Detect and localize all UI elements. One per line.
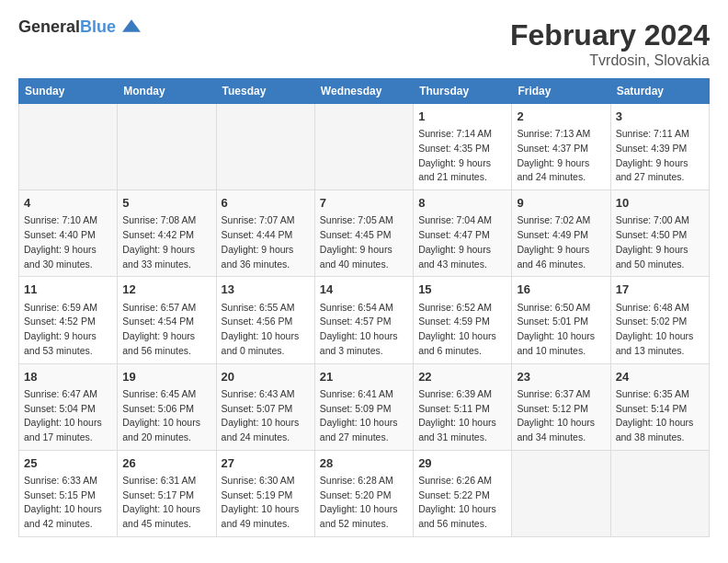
day-info: Sunrise: 6:55 AMSunset: 4:56 PMDaylight:… bbox=[222, 301, 310, 359]
calendar-cell-w3-d0: 18Sunrise: 6:47 AMSunset: 5:04 PMDayligh… bbox=[19, 363, 118, 450]
calendar-cell-w3-d4: 22Sunrise: 6:39 AMSunset: 5:11 PMDayligh… bbox=[414, 363, 512, 450]
day-info: Sunrise: 6:28 AMSunset: 5:20 PMDaylight:… bbox=[320, 474, 408, 532]
day-info: Sunrise: 7:14 AMSunset: 4:35 PMDaylight:… bbox=[418, 127, 506, 185]
calendar-cell-w2-d1: 12Sunrise: 6:57 AMSunset: 4:54 PMDayligh… bbox=[118, 277, 216, 363]
calendar-cell-w3-d2: 20Sunrise: 6:43 AMSunset: 5:07 PMDayligh… bbox=[216, 363, 314, 450]
day-number: 23 bbox=[517, 369, 605, 385]
day-info: Sunrise: 6:47 AMSunset: 5:04 PMDaylight:… bbox=[24, 387, 112, 445]
day-info: Sunrise: 6:54 AMSunset: 4:57 PMDaylight:… bbox=[320, 301, 408, 359]
calendar-header-tuesday: Tuesday bbox=[216, 79, 314, 104]
calendar-header-thursday: Thursday bbox=[414, 79, 512, 104]
calendar-cell-w4-d2: 27Sunrise: 6:30 AMSunset: 5:19 PMDayligh… bbox=[216, 450, 314, 536]
day-number: 5 bbox=[122, 195, 210, 212]
day-number: 2 bbox=[517, 109, 605, 125]
day-number: 8 bbox=[418, 195, 506, 212]
day-info: Sunrise: 6:33 AMSunset: 5:15 PMDaylight:… bbox=[24, 474, 112, 532]
day-number: 15 bbox=[418, 282, 506, 298]
calendar-cell-w1-d0: 4Sunrise: 7:10 AMSunset: 4:40 PMDaylight… bbox=[19, 190, 118, 277]
svg-marker-0 bbox=[122, 20, 141, 32]
day-number: 13 bbox=[222, 282, 310, 298]
day-number: 3 bbox=[616, 109, 704, 125]
day-info: Sunrise: 7:07 AMSunset: 4:44 PMDaylight:… bbox=[222, 213, 310, 271]
calendar-cell-w4-d4: 29Sunrise: 6:26 AMSunset: 5:22 PMDayligh… bbox=[414, 450, 512, 536]
day-number: 9 bbox=[517, 195, 605, 212]
calendar-cell-w1-d1: 5Sunrise: 7:08 AMSunset: 4:42 PMDaylight… bbox=[118, 190, 216, 277]
day-info: Sunrise: 6:26 AMSunset: 5:22 PMDaylight:… bbox=[418, 474, 506, 532]
day-number: 26 bbox=[122, 455, 210, 472]
calendar-cell-w1-d4: 8Sunrise: 7:04 AMSunset: 4:47 PMDaylight… bbox=[414, 190, 512, 277]
calendar-cell-w3-d5: 23Sunrise: 6:37 AMSunset: 5:12 PMDayligh… bbox=[512, 363, 610, 450]
day-info: Sunrise: 7:05 AMSunset: 4:45 PMDaylight:… bbox=[320, 213, 408, 271]
day-info: Sunrise: 7:02 AMSunset: 4:49 PMDaylight:… bbox=[517, 213, 605, 271]
calendar-header-sunday: Sunday bbox=[19, 79, 118, 104]
day-number: 14 bbox=[320, 282, 408, 298]
location-subtitle: Tvrdosin, Slovakia bbox=[510, 52, 710, 69]
day-number: 6 bbox=[222, 195, 310, 212]
calendar-cell-w2-d2: 13Sunrise: 6:55 AMSunset: 4:56 PMDayligh… bbox=[216, 277, 314, 363]
day-info: Sunrise: 7:13 AMSunset: 4:37 PMDaylight:… bbox=[517, 127, 605, 185]
day-number: 20 bbox=[222, 369, 310, 385]
calendar-header-monday: Monday bbox=[118, 79, 216, 104]
day-info: Sunrise: 6:57 AMSunset: 4:54 PMDaylight:… bbox=[122, 301, 210, 359]
day-info: Sunrise: 6:48 AMSunset: 5:02 PMDaylight:… bbox=[616, 301, 704, 359]
calendar-cell-w4-d6 bbox=[610, 450, 709, 536]
logo: GeneralBlue bbox=[18, 18, 141, 37]
day-number: 7 bbox=[320, 195, 408, 212]
day-info: Sunrise: 7:00 AMSunset: 4:50 PMDaylight:… bbox=[616, 213, 704, 271]
day-number: 18 bbox=[24, 369, 112, 385]
calendar-cell-w0-d2 bbox=[216, 104, 314, 190]
day-number: 1 bbox=[418, 109, 506, 125]
calendar-cell-w4-d1: 26Sunrise: 6:31 AMSunset: 5:17 PMDayligh… bbox=[118, 450, 216, 536]
day-number: 17 bbox=[616, 282, 704, 298]
day-info: Sunrise: 6:37 AMSunset: 5:12 PMDaylight:… bbox=[517, 387, 605, 445]
day-number: 21 bbox=[320, 369, 408, 385]
day-info: Sunrise: 6:39 AMSunset: 5:11 PMDaylight:… bbox=[418, 387, 506, 445]
day-info: Sunrise: 6:52 AMSunset: 4:59 PMDaylight:… bbox=[418, 301, 506, 359]
calendar-header-wednesday: Wednesday bbox=[314, 79, 413, 104]
day-info: Sunrise: 6:31 AMSunset: 5:17 PMDaylight:… bbox=[122, 474, 210, 532]
calendar-cell-w4-d0: 25Sunrise: 6:33 AMSunset: 5:15 PMDayligh… bbox=[19, 450, 118, 536]
day-info: Sunrise: 7:11 AMSunset: 4:39 PMDaylight:… bbox=[616, 127, 704, 185]
day-info: Sunrise: 6:30 AMSunset: 5:19 PMDaylight:… bbox=[222, 474, 310, 532]
day-number: 29 bbox=[418, 455, 506, 472]
day-info: Sunrise: 6:45 AMSunset: 5:06 PMDaylight:… bbox=[122, 387, 210, 445]
calendar-table: SundayMondayTuesdayWednesdayThursdayFrid… bbox=[18, 78, 710, 537]
calendar-cell-w2-d6: 17Sunrise: 6:48 AMSunset: 5:02 PMDayligh… bbox=[610, 277, 709, 363]
day-number: 11 bbox=[24, 282, 112, 298]
day-number: 4 bbox=[24, 195, 112, 212]
day-number: 25 bbox=[24, 455, 112, 472]
calendar-cell-w0-d6: 3Sunrise: 7:11 AMSunset: 4:39 PMDaylight… bbox=[610, 104, 709, 190]
day-info: Sunrise: 7:10 AMSunset: 4:40 PMDaylight:… bbox=[24, 213, 112, 271]
calendar-cell-w0-d5: 2Sunrise: 7:13 AMSunset: 4:37 PMDaylight… bbox=[512, 104, 610, 190]
calendar-cell-w3-d3: 21Sunrise: 6:41 AMSunset: 5:09 PMDayligh… bbox=[314, 363, 413, 450]
day-number: 27 bbox=[222, 455, 310, 472]
calendar-cell-w0-d1 bbox=[118, 104, 216, 190]
day-info: Sunrise: 6:50 AMSunset: 5:01 PMDaylight:… bbox=[517, 301, 605, 359]
calendar-cell-w1-d6: 10Sunrise: 7:00 AMSunset: 4:50 PMDayligh… bbox=[610, 190, 709, 277]
calendar-cell-w1-d5: 9Sunrise: 7:02 AMSunset: 4:49 PMDaylight… bbox=[512, 190, 610, 277]
calendar-cell-w4-d5 bbox=[512, 450, 610, 536]
day-info: Sunrise: 6:41 AMSunset: 5:09 PMDaylight:… bbox=[320, 387, 408, 445]
day-number: 12 bbox=[122, 282, 210, 298]
calendar-cell-w3-d1: 19Sunrise: 6:45 AMSunset: 5:06 PMDayligh… bbox=[118, 363, 216, 450]
calendar-cell-w0-d0 bbox=[19, 104, 118, 190]
page-header: GeneralBlue February 2024 Tvrdosin, Slov… bbox=[18, 18, 710, 69]
calendar-cell-w2-d4: 15Sunrise: 6:52 AMSunset: 4:59 PMDayligh… bbox=[414, 277, 512, 363]
calendar-cell-w0-d4: 1Sunrise: 7:14 AMSunset: 4:35 PMDaylight… bbox=[414, 104, 512, 190]
calendar-cell-w2-d5: 16Sunrise: 6:50 AMSunset: 5:01 PMDayligh… bbox=[512, 277, 610, 363]
calendar-cell-w2-d0: 11Sunrise: 6:59 AMSunset: 4:52 PMDayligh… bbox=[19, 277, 118, 363]
day-info: Sunrise: 6:43 AMSunset: 5:07 PMDaylight:… bbox=[222, 387, 310, 445]
calendar-header-friday: Friday bbox=[512, 79, 610, 104]
day-info: Sunrise: 7:04 AMSunset: 4:47 PMDaylight:… bbox=[418, 213, 506, 271]
day-number: 24 bbox=[616, 369, 704, 385]
calendar-cell-w3-d6: 24Sunrise: 6:35 AMSunset: 5:14 PMDayligh… bbox=[610, 363, 709, 450]
day-number: 16 bbox=[517, 282, 605, 298]
day-info: Sunrise: 7:08 AMSunset: 4:42 PMDaylight:… bbox=[122, 213, 210, 271]
day-info: Sunrise: 6:35 AMSunset: 5:14 PMDaylight:… bbox=[616, 387, 704, 445]
day-number: 28 bbox=[320, 455, 408, 472]
day-info: Sunrise: 6:59 AMSunset: 4:52 PMDaylight:… bbox=[24, 301, 112, 359]
calendar-cell-w4-d3: 28Sunrise: 6:28 AMSunset: 5:20 PMDayligh… bbox=[314, 450, 413, 536]
calendar-cell-w1-d2: 6Sunrise: 7:07 AMSunset: 4:44 PMDaylight… bbox=[216, 190, 314, 277]
day-number: 10 bbox=[616, 195, 704, 212]
calendar-cell-w0-d3 bbox=[314, 104, 413, 190]
